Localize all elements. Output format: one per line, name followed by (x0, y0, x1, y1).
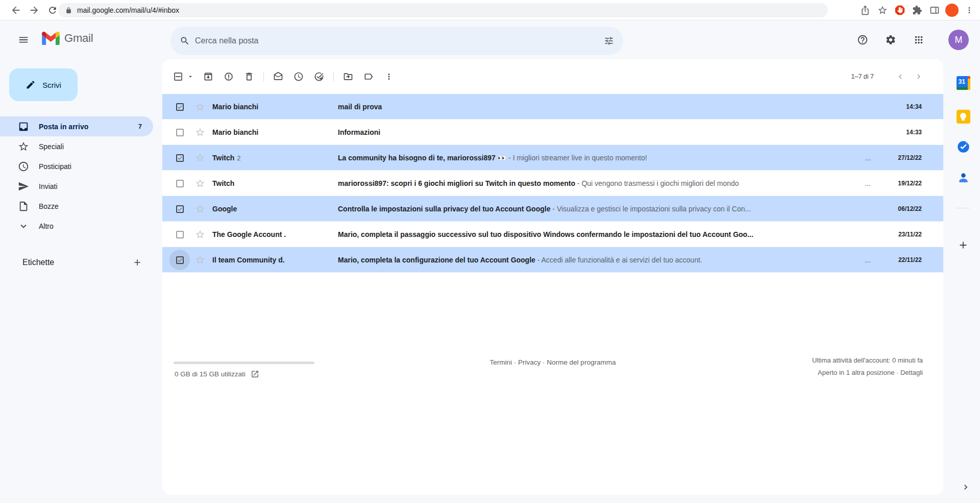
star-icon[interactable] (190, 122, 210, 142)
select-dropdown-caret[interactable] (187, 73, 194, 80)
star-icon[interactable] (190, 173, 210, 194)
report-spam-icon[interactable] (218, 66, 239, 87)
email-row[interactable]: Mario bianchiInformazioni14:33 (162, 119, 943, 145)
activity-line2[interactable]: Aperto in 1 altra posizione · Dettagli (812, 367, 923, 379)
snippet-ellipsis: ... (859, 154, 877, 162)
gmail-logo[interactable]: Gmail (42, 32, 93, 45)
sidebar-item-label: Posticipati (39, 162, 71, 171)
star-icon[interactable] (190, 97, 210, 117)
app-name: Gmail (64, 32, 93, 45)
sidebar-nav: Posta in arrivo7SpecialiPosticipatiInvia… (0, 116, 153, 236)
select-checkbox[interactable] (169, 148, 190, 168)
settings-gear-icon[interactable] (880, 30, 901, 50)
compose-label: Scrivi (42, 81, 61, 89)
labels-title: Etichette (22, 258, 54, 267)
browser-avatar[interactable] (944, 3, 960, 18)
sidebar-item-label: Inviati (39, 182, 58, 190)
email-snippet: Accedi alle funzionalità e ai servizi de… (542, 256, 702, 264)
send-icon (17, 180, 30, 193)
email-row[interactable]: Mario bianchimail di prova14:34 (162, 94, 943, 119)
adblock-icon[interactable] (892, 3, 908, 18)
collapse-panel-chevron-icon[interactable] (957, 478, 975, 496)
delete-icon[interactable] (239, 66, 259, 87)
activity-line1: Ultima attività dell'account: 0 minuti f… (812, 354, 923, 367)
help-icon[interactable] (852, 30, 873, 50)
email-row[interactable]: Twitchmariorossi897: scopri i 6 giochi m… (162, 171, 943, 196)
browser-menu-kebab[interactable] (962, 3, 977, 18)
sidebar-item-posta-in-arrivo[interactable]: Posta in arrivo7 (0, 116, 153, 136)
move-to-icon[interactable] (338, 66, 358, 87)
email-row[interactable]: Twitch2La community ha bisogno di te, ma… (162, 145, 943, 171)
email-date: 22/11/22 (877, 256, 943, 264)
archive-icon[interactable] (198, 66, 218, 87)
sidebar-item-inviati[interactable]: Inviati (0, 176, 153, 196)
email-date: 06/12/22 (877, 205, 943, 212)
page-next-icon[interactable] (910, 67, 928, 86)
sidebar-item-bozze[interactable]: Bozze (0, 196, 153, 216)
star-icon[interactable] (190, 199, 210, 219)
get-addons-plus-icon[interactable] (954, 236, 972, 254)
select-checkbox[interactable] (169, 199, 190, 219)
forward-icon[interactable] (27, 3, 42, 18)
bookmark-star-icon[interactable] (875, 3, 890, 18)
account-avatar-letter: M (955, 35, 963, 45)
apps-grid-icon[interactable] (909, 30, 929, 50)
compose-button[interactable]: Scrivi (9, 68, 78, 101)
pencil-icon (26, 80, 36, 90)
clock-icon (17, 160, 30, 173)
email-date: 14:33 (877, 129, 943, 136)
label-icon[interactable] (358, 66, 379, 87)
extensions-puzzle-icon[interactable] (910, 3, 925, 18)
email-row[interactable]: The Google Account .Mario, completa il p… (162, 222, 943, 247)
star-icon[interactable] (190, 224, 210, 245)
snippet-ellipsis: ... (859, 256, 877, 264)
menu-icon[interactable] (13, 30, 34, 50)
open-in-new-icon[interactable] (251, 370, 259, 378)
select-all-checkbox[interactable] (169, 66, 194, 87)
mark-read-icon[interactable] (268, 66, 288, 87)
page-prev-icon[interactable] (891, 67, 910, 86)
star-icon[interactable] (190, 250, 210, 270)
calendar-icon[interactable]: 31 (954, 74, 972, 92)
rail-divider (957, 208, 970, 208)
toolbar-divider (333, 71, 334, 82)
keep-icon[interactable] (954, 107, 972, 126)
select-checkbox[interactable] (169, 97, 190, 117)
email-row[interactable]: Il team Community d.Mario, completa la c… (162, 247, 943, 273)
sidebar-item-posticipati[interactable]: Posticipati (0, 156, 153, 176)
contacts-icon[interactable] (954, 169, 972, 187)
email-subject: Mario, completa il passaggio successivo … (338, 230, 877, 238)
select-checkbox[interactable] (169, 173, 190, 194)
email-row[interactable]: GoogleControlla le impostazioni sulla pr… (162, 196, 943, 222)
snooze-icon[interactable] (288, 66, 309, 87)
select-checkbox[interactable] (169, 224, 190, 245)
url-text: mail.google.com/mail/u/4/#inbox (77, 6, 179, 14)
back-icon[interactable] (8, 3, 23, 18)
share-icon[interactable] (857, 3, 873, 18)
search-input[interactable] (195, 36, 599, 45)
more-vert-icon[interactable] (379, 66, 399, 87)
sidebar-item-speciali[interactable]: Speciali (0, 136, 153, 156)
email-sender: The Google Account . (210, 230, 338, 238)
sidebar-item-count: 7 (138, 123, 142, 130)
star-icon[interactable] (190, 148, 210, 168)
email-date: 19/12/22 (877, 180, 943, 187)
side-panel-icon[interactable] (927, 3, 942, 18)
star-icon (17, 140, 30, 153)
address-bar[interactable]: mail.google.com/mail/u/4/#inbox (58, 3, 828, 17)
email-list: Mario bianchimail di prova14:34Mario bia… (162, 94, 943, 273)
select-checkbox[interactable] (169, 122, 190, 142)
search-icon[interactable] (175, 31, 195, 51)
email-sender: Twitch2 (210, 154, 338, 162)
search-bar[interactable] (170, 27, 623, 55)
lock-icon (65, 7, 72, 14)
sidebar-item-altro[interactable]: Altro (0, 216, 153, 236)
tune-icon[interactable] (599, 31, 619, 51)
calendar-day-number: 31 (957, 76, 968, 87)
toolbar-divider (263, 71, 264, 82)
add-label-plus-icon[interactable] (127, 254, 148, 271)
account-avatar[interactable]: M (948, 30, 969, 50)
select-checkbox[interactable] (169, 250, 190, 270)
tasks-icon[interactable] (954, 137, 972, 156)
add-task-icon[interactable] (309, 66, 329, 87)
